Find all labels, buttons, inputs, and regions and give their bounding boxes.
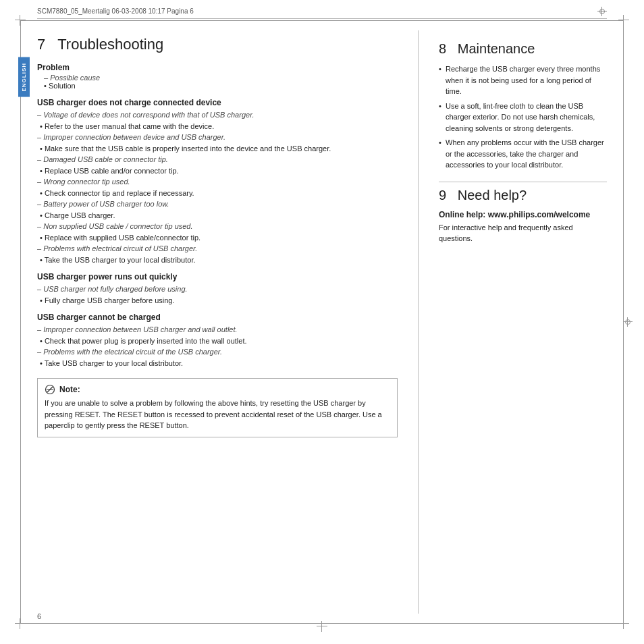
problem-1-solution-5: Charge USB charger.	[37, 210, 398, 221]
online-help-text: For interactive help and frequently aske…	[439, 222, 607, 244]
problem-3-cause-1: Improper connection between USB charger …	[37, 324, 398, 336]
problem-1-cause-1: Voltage of device does not correspond wi…	[37, 109, 398, 121]
page-number: 6	[37, 612, 41, 620]
problem-1-cause-7: Problems with electrical circuit of USB …	[37, 243, 398, 254]
page-border-left	[20, 20, 21, 624]
problems-list: USB charger does not charge connected de…	[37, 98, 398, 369]
section7-number: 7	[37, 36, 45, 53]
bottom-crosshair	[317, 621, 327, 632]
header-text: SCM7880_05_Meertalig 06-03-2008 10:17 Pa…	[37, 7, 597, 15]
right-crosshair-inner	[625, 319, 630, 325]
problem-1: USB charger does not charge connected de…	[37, 98, 398, 265]
problem-2-title: USB charger power runs out quickly	[37, 272, 398, 281]
section8-item-2: Use a soft, lint-free cloth to clean the…	[439, 101, 607, 134]
legend-problem: Problem	[37, 63, 398, 72]
note-label: Note:	[59, 385, 80, 394]
section8-title-text: Maintenance	[458, 41, 535, 56]
problem-1-cause-2: Improper connection between device and U…	[37, 132, 398, 143]
corner-mark-bl	[15, 618, 26, 629]
section8: 8 Maintenance Recharge the USB charger e…	[439, 36, 607, 171]
problem-1-cause-4: Wrong connector tip used.	[37, 176, 398, 188]
problem-2-cause-1: USB charger not fully charged before usi…	[37, 284, 398, 295]
page-header: SCM7880_05_Meertalig 06-03-2008 10:17 Pa…	[37, 7, 607, 19]
problem-3: USB charger cannot be charged Improper c…	[37, 313, 398, 369]
section8-item-3: When any problems occur with the USB cha…	[439, 137, 607, 171]
section8-title: 8 Maintenance	[439, 36, 607, 57]
problem-3-title: USB charger cannot be charged	[37, 313, 398, 322]
problem-1-cause-6: Non supplied USB cable / connector tip u…	[37, 221, 398, 232]
problem-2-solution-1: Fully charge USB charger before using.	[37, 295, 398, 306]
right-column: 8 Maintenance Recharge the USB charger e…	[418, 30, 607, 614]
problem-3-solution-2: Take USB charger to your local distribut…	[37, 358, 398, 369]
section9-title-text: Need help?	[458, 188, 527, 203]
section8-item-1: Recharge the USB charger every three mon…	[439, 63, 607, 97]
problem-1-solution-3: Replace USB cable and/or connector tip.	[37, 165, 398, 177]
problem-1-solution-7: Take the USB charger to your local distr…	[37, 254, 398, 266]
tab-label: ENGLISH	[18, 57, 30, 97]
section9-number: 9	[439, 188, 446, 203]
legend: Problem Possible cause Solution	[37, 63, 398, 90]
corner-mark-tl	[15, 15, 26, 26]
main-content: ENGLISH 7 Troubleshooting Problem Possib…	[37, 30, 607, 614]
left-column: ENGLISH 7 Troubleshooting Problem Possib…	[37, 30, 418, 614]
problem-1-title: USB charger does not charge connected de…	[37, 98, 398, 107]
note-content: If you are unable to solve a problem by …	[45, 398, 390, 431]
section7-title-text: Troubleshooting	[57, 36, 163, 53]
problem-1-solution-4: Check connector tip and replace if neces…	[37, 188, 398, 199]
section8-number: 8	[439, 41, 446, 56]
problem-1-solution-2: Make sure that the USB cable is properly…	[37, 143, 398, 155]
note-box: Note: If you are unable to solve a probl…	[37, 378, 398, 437]
problem-2: USB charger power runs out quickly USB c…	[37, 272, 398, 306]
section7-title: 7 Troubleshooting	[37, 36, 398, 53]
header-crosshair	[597, 7, 607, 16]
right-crosshair	[623, 317, 633, 327]
problem-1-cause-3: Damaged USB cable or connector tip.	[37, 154, 398, 165]
note-icon	[45, 384, 55, 395]
section9: 9 Need help? Online help: www.philips.co…	[439, 182, 607, 244]
crosshair-circle	[599, 9, 605, 14]
note-header: Note:	[45, 384, 390, 395]
problem-3-solution-1: Check that power plug is properly insert…	[37, 336, 398, 347]
problem-1-solution-6: Replace with supplied USB cable/connecto…	[37, 232, 398, 244]
problem-1-solution-1: Refer to the user manual that came with …	[37, 121, 398, 132]
page-border-top	[20, 20, 624, 21]
problem-3-cause-2: Problems with the electrical circuit of …	[37, 346, 398, 358]
legend-solution: Solution	[37, 82, 398, 90]
section9-title: 9 Need help?	[439, 182, 607, 203]
corner-mark-tr	[618, 15, 629, 26]
legend-cause: Possible cause	[37, 74, 398, 82]
problem-1-cause-5: Battery power of USB charger too low.	[37, 198, 398, 210]
online-help-label: Online help: www.philips.com/welcome	[439, 210, 607, 219]
corner-mark-br	[618, 618, 629, 629]
